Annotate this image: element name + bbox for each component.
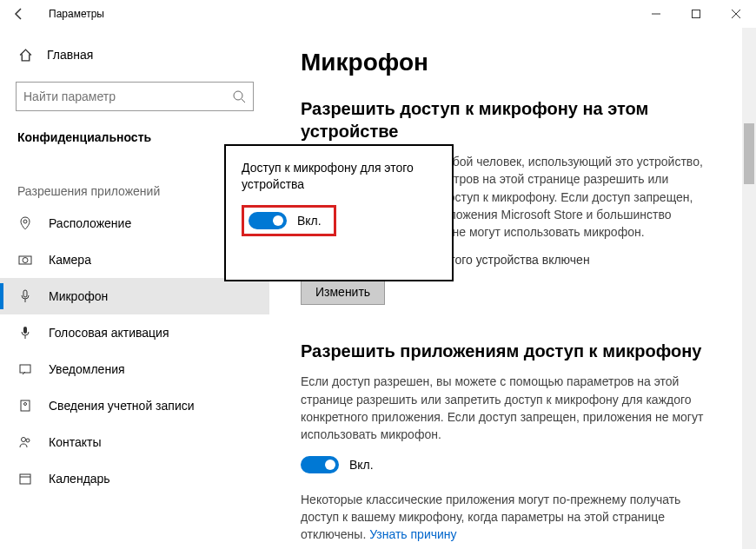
window-controls bbox=[636, 0, 756, 28]
back-button[interactable] bbox=[7, 2, 31, 26]
sidebar-item-voice[interactable]: Голосовая активация bbox=[0, 314, 269, 351]
svg-point-8 bbox=[23, 258, 28, 263]
device-access-toggle[interactable] bbox=[249, 212, 287, 229]
microphone-icon bbox=[17, 288, 33, 304]
device-access-popup: Доступ к микрофону для этого устройства … bbox=[224, 144, 454, 281]
section2-footer: Некоторые классические приложения могут … bbox=[301, 491, 716, 544]
nav-label: Календарь bbox=[49, 472, 110, 486]
nav-label: Расположение bbox=[49, 216, 131, 230]
sidebar-item-notifications[interactable]: Уведомления bbox=[0, 351, 269, 387]
apps-toggle-label: Вкл. bbox=[349, 458, 374, 472]
home-icon bbox=[17, 47, 33, 63]
calendar-icon bbox=[17, 471, 33, 486]
scrollbar-thumb[interactable] bbox=[744, 123, 754, 184]
popup-toggle-label: Вкл. bbox=[297, 214, 322, 228]
page-title: Микрофон bbox=[301, 49, 716, 76]
arrow-left-icon bbox=[12, 7, 26, 21]
section1-heading: Разрешить доступ к микрофону на этом уст… bbox=[301, 97, 716, 142]
titlebar: Параметры bbox=[0, 0, 756, 28]
search-field[interactable] bbox=[23, 89, 232, 103]
section2-body: Если доступ разрешен, вы можете с помощь… bbox=[301, 373, 716, 443]
svg-point-13 bbox=[24, 403, 27, 406]
home-label: Главная bbox=[47, 48, 93, 62]
sidebar-item-microphone[interactable]: Микрофон bbox=[0, 278, 269, 314]
camera-icon bbox=[17, 252, 33, 268]
popup-toggle-highlight: Вкл. bbox=[242, 205, 336, 236]
popup-title: Доступ к микрофону для этого устройства bbox=[242, 160, 436, 193]
search-icon bbox=[232, 89, 246, 103]
nav-label: Сведения учетной записи bbox=[49, 399, 195, 413]
account-icon bbox=[17, 398, 33, 413]
svg-point-14 bbox=[22, 438, 26, 442]
notification-icon bbox=[17, 361, 33, 377]
window-title: Параметры bbox=[49, 8, 104, 20]
svg-line-5 bbox=[242, 99, 245, 103]
svg-point-15 bbox=[26, 439, 30, 442]
section2-heading: Разрешить приложениям доступ к микрофону bbox=[301, 340, 716, 362]
sidebar-item-account[interactable]: Сведения учетной записи bbox=[0, 387, 269, 424]
minimize-button[interactable] bbox=[636, 0, 676, 28]
search-input[interactable] bbox=[16, 82, 254, 111]
svg-rect-16 bbox=[20, 474, 30, 484]
home-nav[interactable]: Главная bbox=[0, 38, 269, 71]
sidebar-item-contacts[interactable]: Контакты bbox=[0, 424, 269, 460]
location-icon bbox=[17, 215, 33, 231]
sidebar: Главная Конфиденциальность Разрешения пр… bbox=[0, 28, 269, 549]
svg-rect-10 bbox=[23, 327, 27, 334]
maximize-button[interactable] bbox=[676, 0, 716, 28]
contacts-icon bbox=[17, 434, 33, 450]
change-button[interactable]: Изменить bbox=[301, 279, 385, 305]
scrollbar-track[interactable] bbox=[742, 28, 756, 549]
svg-rect-9 bbox=[23, 290, 27, 297]
main-content: Микрофон Разрешить доступ к микрофону на… bbox=[269, 28, 756, 549]
svg-point-6 bbox=[23, 220, 27, 223]
svg-rect-1 bbox=[693, 10, 700, 18]
sidebar-item-calendar[interactable]: Календарь bbox=[0, 460, 269, 497]
voice-icon bbox=[17, 325, 33, 341]
nav-label: Микрофон bbox=[49, 289, 108, 303]
svg-point-4 bbox=[234, 91, 242, 100]
nav-label: Камера bbox=[49, 253, 91, 267]
close-button[interactable] bbox=[716, 0, 756, 28]
nav-label: Контакты bbox=[49, 435, 101, 449]
nav-label: Голосовая активация bbox=[49, 326, 169, 340]
apps-access-toggle[interactable] bbox=[301, 456, 339, 473]
learn-why-link[interactable]: Узнать причину bbox=[369, 527, 456, 541]
nav-label: Уведомления bbox=[49, 362, 125, 376]
svg-rect-11 bbox=[20, 365, 30, 373]
